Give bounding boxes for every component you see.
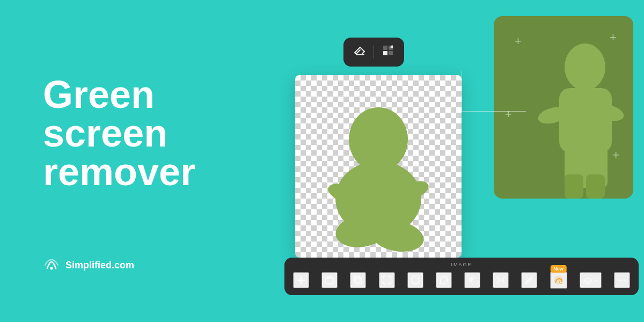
toolbar-divider (374, 46, 374, 58)
headline: Green screen remover (43, 75, 247, 191)
svg-rect-2 (559, 88, 612, 152)
toolbar-icons-row: New (293, 267, 630, 295)
svg-rect-11 (389, 51, 393, 55)
editor-canvas (295, 75, 462, 258)
svg-point-1 (565, 43, 605, 91)
mask-button[interactable] (407, 272, 423, 288)
add-button[interactable] (293, 272, 309, 288)
original-image-card: + + + + (494, 16, 633, 199)
svg-point-32 (621, 280, 623, 281)
headline-line1: Green (43, 73, 155, 116)
svg-point-0 (50, 267, 53, 270)
brand-name: Simplified.com (65, 260, 134, 271)
svg-rect-6 (565, 174, 583, 199)
toolbar-label: IMAGE (293, 258, 630, 267)
layers-button[interactable] (580, 272, 602, 288)
delete-button[interactable] (321, 272, 338, 288)
connector-horizontal (462, 111, 526, 112)
svg-rect-10 (383, 51, 387, 55)
transform-button[interactable] (464, 272, 480, 288)
eraser-icon[interactable] (353, 44, 366, 60)
svg-rect-27 (356, 278, 362, 284)
simplified-logo-icon (43, 257, 60, 274)
more-button[interactable] (614, 272, 630, 288)
connector-vertical (462, 71, 462, 111)
right-section: + + + + (279, 0, 644, 322)
plus-deco-3: + (505, 107, 512, 121)
green-screen-button[interactable]: New (550, 272, 567, 289)
left-section: Green screen remover Simplified.com (0, 0, 279, 322)
main-container: Green screen remover Simplified.com + + … (0, 0, 644, 322)
svg-rect-28 (354, 276, 360, 282)
svg-point-31 (618, 280, 620, 281)
svg-rect-7 (586, 174, 605, 199)
result-figure (295, 75, 462, 258)
crop-button[interactable] (436, 272, 452, 288)
edit-button[interactable] (521, 272, 537, 288)
original-figure (521, 38, 628, 199)
duplicate-button[interactable] (350, 272, 366, 288)
flip-button[interactable] (493, 272, 509, 288)
svg-rect-8 (383, 46, 387, 50)
svg-point-33 (624, 280, 625, 281)
svg-rect-22 (326, 278, 333, 284)
logo-area: Simplified.com (43, 257, 247, 290)
remove-bg-icon[interactable] (382, 44, 394, 60)
bottom-toolbar: IMAGE (284, 258, 639, 295)
new-badge: New (550, 265, 567, 273)
headline-line3: remover (43, 150, 195, 193)
headline-line2: screen (43, 112, 167, 155)
toolbar-popup (343, 38, 404, 67)
expand-button[interactable] (379, 272, 395, 288)
